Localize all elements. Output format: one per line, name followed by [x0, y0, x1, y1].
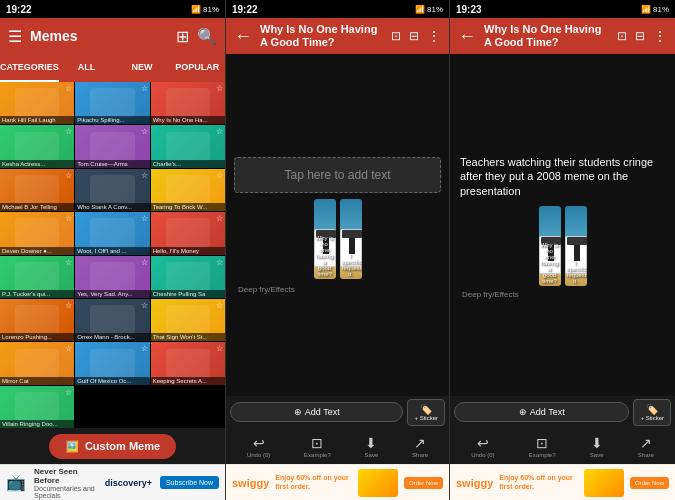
meme-cell-12[interactable]: ☆ P.J. Tucker's qui...: [0, 256, 74, 298]
meme-cell-label-15: Lorenzo Pushing...: [0, 333, 74, 341]
meme-image-1-right[interactable]: Why is no one having a good time?: [539, 206, 561, 286]
ad-subtitle: Documentaries and Specials: [34, 485, 97, 499]
editor-title-right: Why Is No One Having A Good Time?: [484, 23, 609, 49]
example-icon-mid: ⊡: [311, 435, 323, 451]
meme-cell-2[interactable]: ☆ Why Is No One Ha...: [151, 82, 225, 124]
resize-icon-mid[interactable]: ⊟: [409, 29, 419, 43]
share-button-right[interactable]: ↗ Share: [638, 435, 654, 458]
plus-icon-right: ⊕: [519, 407, 527, 417]
star-icon-12: ☆: [65, 258, 72, 267]
status-icons-mid: 📶 81%: [415, 5, 443, 14]
meme-cell-label-17: That Sign Won't St...: [151, 333, 225, 341]
example-label-mid: Example?: [304, 452, 331, 458]
undo-button-mid[interactable]: ↩ Undo (0): [247, 435, 270, 458]
swiggy-logo-right: swiggy: [456, 477, 493, 489]
tab-all[interactable]: ALL: [59, 54, 114, 82]
back-button-mid[interactable]: ←: [234, 26, 252, 47]
save-icon-mid: ⬇: [365, 435, 377, 451]
swiggy-banner-right: swiggy Enjoy 60% off on your first order…: [450, 464, 675, 500]
star-icon-20: ☆: [216, 344, 223, 353]
sticker-icon-mid: 🏷️: [414, 404, 438, 415]
meme-cell-label-20: Keeping Secrets A...: [151, 377, 225, 385]
meme-cell-4[interactable]: ☆ Tom Cruise—Arms: [75, 125, 149, 167]
meme-cell-16[interactable]: ☆ Orrex Mann - Brock...: [75, 299, 149, 341]
subscribe-button[interactable]: Subscribe Now: [160, 476, 219, 489]
meme-cell-11[interactable]: ☆ Hello, I'll's Money: [151, 212, 225, 254]
undo-button-right[interactable]: ↩ Undo (0): [471, 435, 494, 458]
action-bar-right: ↩ Undo (0) ⊡ Example? ⬇ Save ↗ Share: [450, 428, 675, 464]
hamburger-icon[interactable]: ☰: [8, 27, 22, 46]
meme-caption-1-mid: Why is no one having a good time?: [316, 235, 334, 277]
share-label-mid: Share: [412, 452, 428, 458]
tab-categories[interactable]: CATEGORIES: [0, 54, 59, 82]
meme-image-1-mid[interactable]: Why is no one having a good time?: [314, 199, 336, 279]
meme-cell-18[interactable]: ☆ Mirror Cat: [0, 342, 74, 384]
meme-cell-6[interactable]: ☆ Michael B Jor Telling: [0, 169, 74, 211]
resize-icon-right[interactable]: ⊟: [635, 29, 645, 43]
custom-meme-button[interactable]: 🖼️ Custom Meme: [49, 434, 176, 459]
more-icon-right[interactable]: ⋮: [653, 28, 667, 44]
back-button-right[interactable]: ←: [458, 26, 476, 47]
example-button-mid[interactable]: ⊡ Example?: [304, 435, 331, 458]
meme-cell-label-10: Woot, I Off'l and ...: [75, 247, 149, 255]
more-icon-mid[interactable]: ⋮: [427, 28, 441, 44]
meme-cell-7[interactable]: ☆ Who Stank A Conv...: [75, 169, 149, 211]
meme-cell-14[interactable]: ☆ Cheshire Pulling Sa: [151, 256, 225, 298]
star-icon-9: ☆: [65, 214, 72, 223]
meme-cell-15[interactable]: ☆ Lorenzo Pushing...: [0, 299, 74, 341]
meme-cell-1[interactable]: ☆ Pikachu Spilling...: [75, 82, 149, 124]
ad-banner-left: 📺 Never Seen Before Documentaries and Sp…: [0, 464, 225, 500]
save-button-mid[interactable]: ⬇ Save: [365, 435, 379, 458]
example-icon-right: ⊡: [536, 435, 548, 451]
meme-cell-3[interactable]: ☆ Kesha Actress...: [0, 125, 74, 167]
save-button-right[interactable]: ⬇ Save: [590, 435, 604, 458]
star-icon-19: ☆: [141, 344, 148, 353]
crop-icon-mid[interactable]: ⊡: [391, 29, 401, 43]
meme-cell-17[interactable]: ☆ That Sign Won't St...: [151, 299, 225, 341]
tap-to-add-text[interactable]: Tap here to add text: [234, 157, 441, 193]
sticker-button-right[interactable]: 🏷️ + Sticker: [633, 399, 671, 426]
meme-image-2-mid[interactable]: I specifically requested it.: [340, 199, 362, 279]
meme-cell-13[interactable]: ☆ Yes, Very Sad. Any...: [75, 256, 149, 298]
list-view-icon[interactable]: ⊞: [176, 27, 189, 46]
star-icon-11: ☆: [216, 214, 223, 223]
editor-toolbar-right: ⊕ Add Text 🏷️ + Sticker: [450, 396, 675, 428]
crop-icon-right[interactable]: ⊡: [617, 29, 627, 43]
meme-images-mid: Why is no one having a good time? I spec…: [314, 199, 362, 279]
meme-cell-label-11: Hello, I'll's Money: [151, 247, 225, 255]
swiggy-order-button-mid[interactable]: Order Now: [404, 477, 443, 489]
add-text-button-right[interactable]: ⊕ Add Text: [454, 402, 629, 422]
editor-toolbar-mid: ⊕ Add Text 🏷️ + Sticker: [226, 396, 449, 428]
meme-cell-9[interactable]: ☆ Deven Downer ●...: [0, 212, 74, 254]
tab-popular[interactable]: POPULAR: [170, 54, 225, 82]
search-icon[interactable]: 🔍: [197, 27, 217, 46]
star-icon-10: ☆: [141, 214, 148, 223]
deep-fry-label-mid: Deep fry/Effects: [238, 285, 295, 294]
editor-content-mid: Tap here to add text Why is no one havin…: [226, 54, 449, 396]
example-button-right[interactable]: ⊡ Example?: [529, 435, 556, 458]
swiggy-logo-mid: swiggy: [232, 477, 269, 489]
meme-cell-label-7: Who Stank A Conv...: [75, 203, 149, 211]
meme-cell-19[interactable]: ☆ Gulf Of Mexico Oc...: [75, 342, 149, 384]
meme-cell-21[interactable]: ☆ Villain Ringing Doo...: [0, 386, 74, 428]
meme-cell-0[interactable]: ☆ Hank Hill Fail Laugh: [0, 82, 74, 124]
meme-image-2-right[interactable]: I specifically requested it.: [565, 206, 587, 286]
meme-cell-20[interactable]: ☆ Keeping Secrets A...: [151, 342, 225, 384]
meme-cell-8[interactable]: ☆ Tearing To Brick W...: [151, 169, 225, 211]
star-icon-0: ☆: [65, 84, 72, 93]
signal-icon-mid: 📶: [415, 5, 425, 14]
meme-text-right: Teachers watching their students cringe …: [458, 151, 667, 202]
discovery-logo: discovery+: [105, 478, 152, 488]
meme-cell-5[interactable]: ☆ Charlie's...: [151, 125, 225, 167]
meme-cell-10[interactable]: ☆ Woot, I Off'l and ...: [75, 212, 149, 254]
swiggy-order-button-right[interactable]: Order Now: [630, 477, 669, 489]
swiggy-image-right: [584, 469, 624, 497]
share-button-mid[interactable]: ↗ Share: [412, 435, 428, 458]
sticker-button-mid[interactable]: 🏷️ + Sticker: [407, 399, 445, 426]
share-icon-mid: ↗: [414, 435, 426, 451]
tab-new[interactable]: NEW: [114, 54, 169, 82]
meme-cell-label-6: Michael B Jor Telling: [0, 203, 74, 211]
star-icon-4: ☆: [141, 127, 148, 136]
star-icon-6: ☆: [65, 171, 72, 180]
add-text-button-mid[interactable]: ⊕ Add Text: [230, 402, 403, 422]
